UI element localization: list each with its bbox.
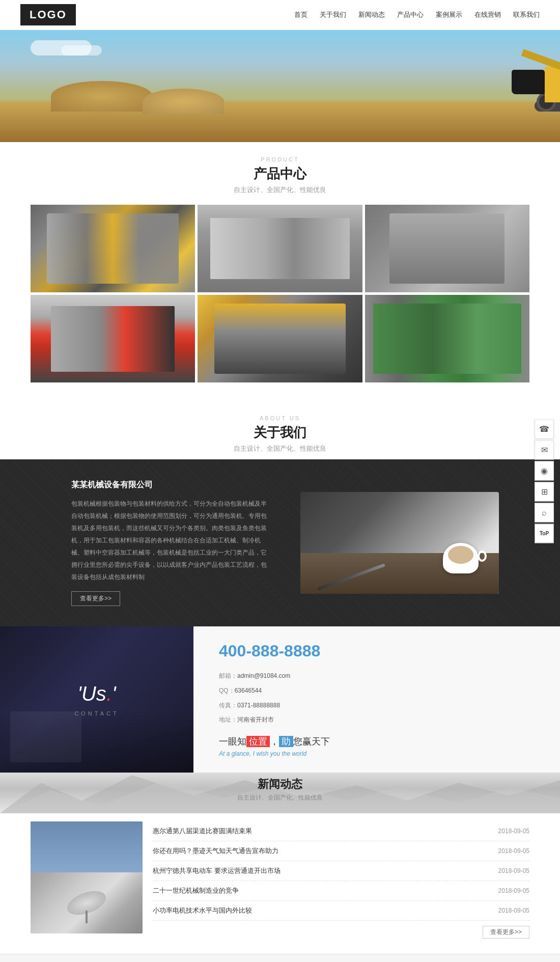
news-item-3[interactable]: 杭州宁德共享电动车 要求运营通道开出市场 2018-09-05 [153, 861, 529, 881]
news-title-5: 小功率电机技术水平与国内外比较 [153, 906, 252, 915]
floating-top-btn[interactable]: ToP [535, 524, 554, 543]
top-label: ToP [540, 531, 549, 536]
news-more-btn[interactable]: 查看更多>> [483, 926, 529, 939]
qr-icon: ⊞ [541, 487, 548, 497]
news-title-1: 惠尔通第八届渠道比赛圆满结束果 [153, 827, 252, 836]
news-content: 惠尔通第八届渠道比赛圆满结束果 2018-09-05 你还在用吗？墨迹天气知天气… [0, 813, 560, 954]
news-header: 新闻动态 自主设计、全国产化、性能优良 [0, 773, 560, 805]
floating-location-btn[interactable]: ◉ [535, 461, 554, 480]
news-title-3: 杭州宁德共享电动车 要求运营通道开出市场 [153, 866, 281, 875]
product-sub: 自主设计、全国产化、性能优良 [0, 185, 560, 195]
slogan-mid: ， [270, 736, 279, 747]
news-sub: 自主设计、全国产化、性能优良 [0, 793, 560, 802]
product-zh-label: 产品中心 [0, 165, 560, 183]
news-date-5: 2018-09-05 [498, 907, 529, 914]
contact-right-info: 400-888-8888 邮箱：admin@91084.com QQ：63646… [193, 626, 560, 773]
news-date-1: 2018-09-05 [498, 828, 529, 835]
floating-sidebar: ☎ ✉ ◉ ⊞ ⌕ ToP [535, 419, 554, 543]
partners-section: 合作伙伴： 美团网 meituan.com 江 江铃 KONKA 康佳 SAMS… [0, 954, 560, 962]
product-item-2[interactable] [198, 205, 362, 292]
email-label: 邮箱： [219, 672, 237, 679]
floating-qr-btn[interactable]: ⊞ [535, 482, 554, 501]
email-value: admin@91084.com [237, 672, 290, 679]
nav-products[interactable]: 产品中心 [397, 10, 424, 19]
slogan-pos: 位置 [246, 736, 270, 747]
about-dark-section: 某某机械设备有限公司 包装机械根据包装物与包装材料的供给方式，可分为全自动包装机… [0, 459, 560, 626]
news-date-4: 2018-09-05 [498, 887, 529, 894]
location-icon: ◉ [541, 466, 548, 476]
qq-value: 63646544 [235, 687, 262, 694]
product-item-4[interactable] [31, 295, 195, 382]
contact-quote-close: ' [112, 682, 116, 705]
product-header: PRODUCT 产品中心 自主设计、全国产化、性能优良 [0, 142, 560, 202]
slogan-zhu: 助 [279, 736, 293, 747]
about-sub: 自主设计、全国产化、性能优良 [0, 444, 560, 453]
news-title-2: 你还在用吗？墨迹天气知天气通告宣布助力 [153, 846, 278, 856]
nav-about[interactable]: 关于我们 [320, 10, 346, 19]
news-date-2: 2018-09-05 [498, 847, 529, 855]
slogan: 一眼知位置，助您赢天下 [219, 735, 535, 748]
tel-value: 0371-88888888 [237, 702, 280, 709]
product-section: PRODUCT 产品中心 自主设计、全国产化、性能优良 [0, 142, 560, 401]
contact-dot: . [106, 682, 112, 705]
hero-banner [0, 30, 560, 142]
nav-cases[interactable]: 案例展示 [436, 10, 462, 19]
product-item-6[interactable] [365, 295, 529, 382]
message-icon: ✉ [541, 445, 548, 455]
news-list: 惠尔通第八届渠道比赛圆满结束果 2018-09-05 你还在用吗？墨迹天气知天气… [153, 821, 529, 939]
product-en-label: PRODUCT [0, 156, 560, 162]
about-body-text: 包装机械根据包装物与包装材料的供给方式，可分为全自动包装机械及半自动包装机械；根… [71, 498, 270, 583]
qq-label: QQ： [219, 687, 235, 694]
product-item-5[interactable] [198, 295, 362, 382]
about-header: ABOUT US 关于我们 自主设计、全国产化、性能优良 [0, 401, 560, 459]
product-grid [0, 202, 560, 401]
floating-search-btn[interactable]: ⌕ [535, 503, 554, 522]
main-nav: 首页 关于我们 新闻动态 产品中心 案例展示 在线营销 联系我们 [294, 10, 540, 19]
about-en-label: ABOUT US [0, 415, 560, 421]
floating-phone-btn[interactable]: ☎ [535, 419, 554, 438]
news-item-1[interactable]: 惠尔通第八届渠道比赛圆满结束果 2018-09-05 [153, 821, 529, 841]
nav-home[interactable]: 首页 [294, 10, 307, 19]
search-icon: ⌕ [542, 508, 547, 517]
news-more-area: 查看更多>> [153, 926, 529, 939]
contact-section: 'Us.' CONTACT 400-888-8888 邮箱：admin@9108… [0, 626, 560, 773]
about-text-area: 某某机械设备有限公司 包装机械根据包装物与包装材料的供给方式，可分为全自动包装机… [61, 480, 280, 606]
news-title-4: 二十一世纪机械制造业的竞争 [153, 886, 239, 895]
product-item-3[interactable] [365, 205, 529, 292]
contact-left-image: 'Us.' CONTACT [0, 626, 193, 773]
news-thumbnail [31, 821, 143, 933]
about-more-btn[interactable]: 查看更多>> [71, 591, 120, 606]
contact-us-text: 'Us.' [77, 682, 116, 705]
slogan-pre: 一眼知 [219, 736, 246, 747]
news-item-5[interactable]: 小功率电机技术水平与国内外比较 2018-09-05 [153, 901, 529, 921]
floating-message-btn[interactable]: ✉ [535, 440, 554, 459]
nav-news[interactable]: 新闻动态 [358, 10, 385, 19]
news-section: 新闻动态 自主设计、全国产化、性能优良 惠尔通第八届渠道比赛圆满结束果 2018… [0, 773, 560, 954]
about-image-area [300, 492, 499, 594]
nav-contact[interactable]: 联系我们 [513, 10, 540, 19]
addr-label: 地址： [219, 716, 237, 723]
contact-phone[interactable]: 400-888-8888 [219, 642, 535, 661]
news-zh-label: 新闻动态 [0, 777, 560, 792]
product-item-1[interactable] [31, 205, 195, 292]
news-item-2[interactable]: 你还在用吗？墨迹天气知天气通告宣布助力 2018-09-05 [153, 841, 529, 861]
slogan-suf: 您赢天下 [293, 736, 330, 747]
contact-quote-open: 'Us [77, 682, 106, 705]
addr-value: 河南省开封市 [237, 716, 274, 723]
news-date-3: 2018-09-05 [498, 867, 529, 874]
phone-icon: ☎ [539, 424, 549, 434]
news-item-4[interactable]: 二十一世纪机械制造业的竞争 2018-09-05 [153, 881, 529, 901]
header: LOGO 首页 关于我们 新闻动态 产品中心 案例展示 在线营销 联系我们 [0, 0, 560, 30]
about-company-name: 某某机械设备有限公司 [71, 480, 270, 490]
about-zh-label: 关于我们 [0, 424, 560, 442]
logo[interactable]: LOGO [20, 4, 76, 25]
contact-label: CONTACT [74, 710, 119, 717]
contact-info-list: 邮箱：admin@91084.com QQ：63646544 传真：0371-8… [219, 669, 535, 727]
slogan-en: At a glance, I wish you the world [219, 750, 535, 757]
nav-marketing[interactable]: 在线营销 [474, 10, 501, 19]
tel-label: 传真： [219, 702, 237, 709]
